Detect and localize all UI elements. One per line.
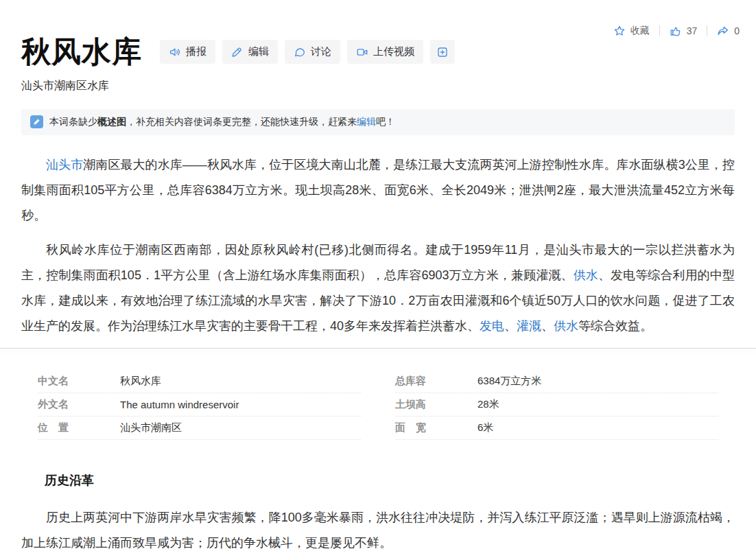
info-label: 位 置 [38,421,120,434]
link-guangai[interactable]: 灌溉 [517,319,541,333]
info-value: 秋风水库 [120,375,161,388]
top-action-bar: 收藏 37 0 [613,25,740,37]
table-row: 位 置 汕头市潮南区 [38,417,361,440]
title-buttons: 播报 编辑 讨论 上传视频 [160,40,455,64]
edit-button[interactable]: 编辑 [222,40,278,64]
section-divider [0,348,756,349]
info-label: 总库容 [395,375,477,388]
edit-badge-icon [30,115,43,128]
divider [659,25,660,36]
table-row: 面 宽 6米 [395,417,718,440]
upload-video-button[interactable]: 上传视频 [347,40,423,64]
like-button[interactable]: 37 [670,25,698,37]
info-label: 中文名 [38,375,120,388]
table-row: 外文名 The autumn windreservoir [38,393,361,417]
broadcast-label: 播报 [186,45,206,58]
edit-label: 编辑 [248,45,269,58]
page-title: 秋风水库 [21,34,142,70]
thumbs-up-icon [670,25,682,37]
info-value: The autumn windreservoir [120,399,239,410]
plus-icon [436,46,449,58]
notice-bold: 概述图 [97,116,126,127]
link-shantou[interactable]: 汕头市 [46,158,83,172]
like-count: 37 [687,25,698,36]
summary-paragraph-2: 秋风岭水库位于潮南区西南部，因处原秋风岭村(已移)北侧而得名。建成于1959年1… [21,237,735,339]
divider [707,25,707,36]
page-subtitle: 汕头市潮南区水库 [21,79,735,93]
chat-icon [294,46,306,58]
table-row: 土坝高 28米 [395,393,718,417]
share-icon [717,25,729,37]
table-row: 总库容 6384万立方米 [395,370,718,393]
link-gongshui-1[interactable]: 供水 [574,268,598,282]
info-label: 外文名 [38,398,120,411]
table-row: 中文名 秋风水库 [38,370,361,393]
favorite-label: 收藏 [630,25,650,37]
star-icon [613,25,626,37]
speaker-icon [169,46,181,58]
info-label: 面 宽 [395,421,477,434]
notice-text: 本词条缺少概述图，补充相关内容使词条更完整，还能快速升级，赶紧来编辑吧！ [49,116,395,128]
info-value: 汕头市潮南区 [120,421,182,434]
section-heading-history: 历史沿革 [45,472,735,489]
notice-edit-link[interactable]: 编辑 [357,116,376,127]
info-value: 6米 [477,421,493,434]
notice-bar: 本词条缺少概述图，补充相关内容使词条更完整，还能快速升级，赶紧来编辑吧！ [21,109,735,135]
summary-paragraph-1: 汕头市潮南区最大的水库——秋风水库，位于区境大南山北麓，是练江最大支流两英河上游… [21,152,735,229]
pencil-icon [231,46,244,58]
history-paragraph: 历史上两英河中下游两岸水旱灾害频繁，降100多毫米暴雨，洪水往往冲决堤防，并泻入… [21,505,735,549]
summary-section: 汕头市潮南区最大的水库——秋风水库，位于区境大南山北麓，是练江最大支流两英河上游… [21,152,735,339]
share-count: 0 [734,25,740,36]
discuss-button[interactable]: 讨论 [285,40,340,64]
link-gongshui-2[interactable]: 供水 [554,319,578,333]
info-label: 土坝高 [395,398,477,411]
info-value: 28米 [477,398,499,411]
add-button[interactable] [430,40,455,64]
upload-video-label: 上传视频 [373,45,414,58]
video-camera-icon [356,46,368,58]
share-button[interactable]: 0 [717,25,740,37]
link-fadian[interactable]: 发电 [480,319,504,333]
broadcast-button[interactable]: 播报 [160,40,215,64]
info-value: 6384万立方米 [477,375,541,388]
favorite-button[interactable]: 收藏 [613,25,650,37]
discuss-label: 讨论 [311,45,331,58]
basic-info-table: 中文名 秋风水库 外文名 The autumn windreservoir 位 … [38,370,718,440]
